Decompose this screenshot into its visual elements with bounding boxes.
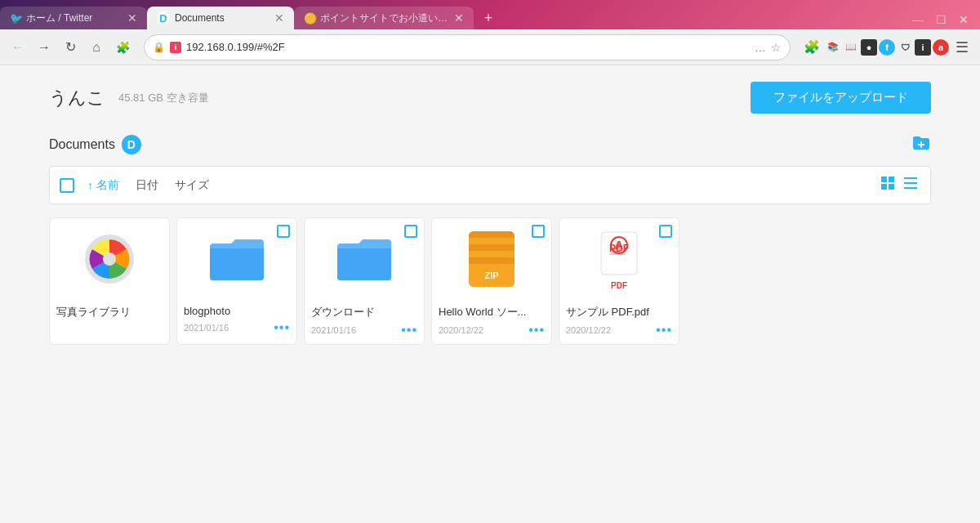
file-card-info-download: ダウンロード 2021/01/16 ••• — [305, 300, 424, 344]
file-card-blogphoto[interactable]: blogphoto 2021/01/16 ••• — [176, 217, 297, 345]
sort-name[interactable]: ↑ 名前 — [87, 178, 119, 193]
home-button[interactable]: ⌂ — [85, 36, 108, 59]
file-meta-blogphoto: 2021/01/16 ••• — [184, 320, 290, 335]
breadcrumb-text: Documents — [49, 137, 115, 152]
bookmark-icon[interactable]: … — [755, 41, 766, 54]
file-name-pdf: サンプル PDF.pdf — [566, 305, 672, 320]
file-dots-download[interactable]: ••• — [401, 323, 417, 337]
breadcrumb-icon: D — [122, 135, 141, 154]
ext-reader[interactable]: 📖 — [843, 39, 859, 56]
file-card-pdf[interactable]: PDF A PDF サンプル PDF.pdf 2020/12/22 ••• — [559, 217, 679, 345]
refresh-button[interactable]: ↻ — [59, 36, 82, 59]
tab-documents-close[interactable]: ✕ — [274, 12, 284, 24]
svg-rect-6 — [904, 187, 917, 189]
forward-button[interactable]: → — [33, 36, 56, 59]
page-title: うんこ — [49, 86, 105, 110]
upload-button[interactable]: ファイルをアップロード — [751, 82, 931, 114]
sort-area: ↑ 名前 日付 サイズ — [87, 178, 865, 193]
file-checkbox-helloworld[interactable] — [532, 225, 545, 238]
address-actions: … ☆ — [755, 41, 782, 54]
file-checkbox-download[interactable] — [404, 225, 417, 238]
page-content: うんこ 45.81 GB 空き容量 ファイルをアップロード Documents … — [0, 65, 980, 523]
file-name-photos: 写真ライブラリ — [56, 305, 163, 320]
file-checkbox-pdf[interactable] — [659, 225, 672, 238]
address-bar[interactable]: 🔒 i … ☆ — [144, 34, 791, 60]
sort-date-label: 日付 — [136, 178, 158, 193]
file-dots-blogphoto[interactable]: ••• — [274, 320, 290, 335]
file-card-photos[interactable]: 写真ライブラリ — [49, 217, 170, 345]
new-folder-icon[interactable] — [911, 133, 931, 156]
file-name-helloworld: Hello World ソー... — [439, 305, 545, 320]
ext-circle[interactable]: ● — [861, 39, 877, 56]
svg-point-8 — [103, 253, 116, 266]
svg-rect-3 — [889, 184, 894, 190]
file-date-download: 2021/01/16 — [311, 325, 356, 335]
file-card-helloworld[interactable]: ZIP Hello World ソー... 2020/12/22 ••• — [431, 217, 552, 345]
ext-blue1[interactable]: f — [879, 39, 895, 56]
tab-documents-favicon: D — [157, 11, 170, 25]
svg-rect-2 — [881, 184, 887, 190]
svg-rect-1 — [889, 177, 894, 182]
sort-name-label: 名前 — [96, 178, 119, 193]
select-all-checkbox[interactable] — [60, 178, 74, 193]
address-input[interactable] — [186, 41, 750, 53]
ext-dark[interactable]: i — [915, 39, 931, 56]
list-view-button[interactable] — [901, 173, 920, 197]
tab-twitter-close[interactable]: ✕ — [127, 12, 137, 24]
tab-points-favicon: 🟡 — [304, 12, 315, 24]
file-card-info-photos: 写真ライブラリ — [50, 300, 169, 329]
file-meta-download: 2021/01/16 ••• — [311, 323, 417, 337]
tab-points[interactable]: 🟡 ポイントサイトでお小遣いを稼ぐな… ✕ — [294, 7, 474, 29]
minimize-button[interactable]: — — [908, 10, 928, 29]
tab-documents-title: Documents — [175, 12, 270, 24]
view-icons — [878, 173, 920, 197]
close-button[interactable]: ✕ — [954, 10, 973, 29]
svg-rect-4 — [904, 177, 917, 179]
ext-library[interactable]: 📚 — [825, 39, 841, 56]
ext-shield[interactable]: 🛡 — [897, 39, 913, 56]
star-icon[interactable]: ☆ — [771, 41, 782, 54]
maximize-button[interactable]: ☐ — [931, 10, 951, 29]
sort-date[interactable]: 日付 — [136, 178, 158, 193]
back-button[interactable]: ← — [7, 36, 29, 59]
browser-toolbar: ← → ↻ ⌂ 🧩 🔒 i … ☆ 🧩 📚 📖 ● f 🛡 i a ☰ — [0, 29, 980, 65]
storage-info: 45.81 GB 空き容量 — [118, 91, 209, 105]
tab-points-close[interactable]: ✕ — [454, 12, 464, 24]
file-checkbox-blogphoto[interactable] — [277, 225, 290, 238]
breadcrumb-row: Documents D — [49, 133, 931, 156]
extension-button[interactable]: 🧩 — [111, 36, 134, 59]
file-card-info-blogphoto: blogphoto 2021/01/16 ••• — [177, 300, 296, 342]
file-card-info-pdf: サンプル PDF.pdf 2020/12/22 ••• — [559, 300, 679, 344]
file-meta-pdf: 2020/12/22 ••• — [566, 323, 672, 337]
page-header: うんこ 45.81 GB 空き容量 ファイルをアップロード — [49, 82, 931, 114]
menu-icon[interactable]: ☰ — [951, 36, 973, 59]
window-controls: — ☐ ✕ — [902, 10, 980, 29]
sort-size[interactable]: サイズ — [175, 178, 209, 193]
file-preview-photos — [50, 218, 169, 300]
breadcrumb-letter: D — [127, 138, 136, 151]
extension-icons: 🧩 📚 📖 ● f 🛡 i a ☰ — [800, 36, 973, 59]
tab-bar: 🐦 ホーム / Twitter ✕ D Documents ✕ 🟡 ポイントサイ… — [0, 0, 980, 29]
tab-points-title: ポイントサイトでお小遣いを稼ぐな… — [320, 11, 449, 25]
file-toolbar: ↑ 名前 日付 サイズ — [49, 166, 931, 204]
file-dots-helloworld[interactable]: ••• — [528, 323, 545, 337]
puzzle-icon[interactable]: 🧩 — [800, 36, 823, 59]
svg-text:A: A — [615, 239, 623, 252]
file-grid: 写真ライブラリ blogphoto 2021/01/16 ••• — [49, 217, 931, 345]
page-title-area: うんこ 45.81 GB 空き容量 — [49, 86, 209, 110]
ext-red[interactable]: a — [933, 39, 949, 56]
grid-view-button[interactable] — [878, 173, 898, 197]
sort-size-label: サイズ — [175, 178, 209, 193]
file-card-download[interactable]: ダウンロード 2021/01/16 ••• — [304, 217, 425, 345]
tab-twitter[interactable]: 🐦 ホーム / Twitter ✕ — [0, 7, 147, 29]
tab-documents[interactable]: D Documents ✕ — [147, 7, 294, 29]
file-card-info-helloworld: Hello World ソー... 2020/12/22 ••• — [432, 300, 551, 344]
security-icon: 🔒 — [153, 42, 165, 53]
svg-rect-5 — [904, 182, 917, 184]
site-favicon: i — [170, 42, 181, 53]
tab-twitter-title: ホーム / Twitter — [26, 11, 122, 25]
new-tab-button[interactable]: + — [477, 7, 500, 29]
svg-rect-0 — [881, 177, 887, 182]
file-dots-pdf[interactable]: ••• — [656, 323, 672, 337]
tab-twitter-favicon: 🐦 — [10, 12, 21, 24]
